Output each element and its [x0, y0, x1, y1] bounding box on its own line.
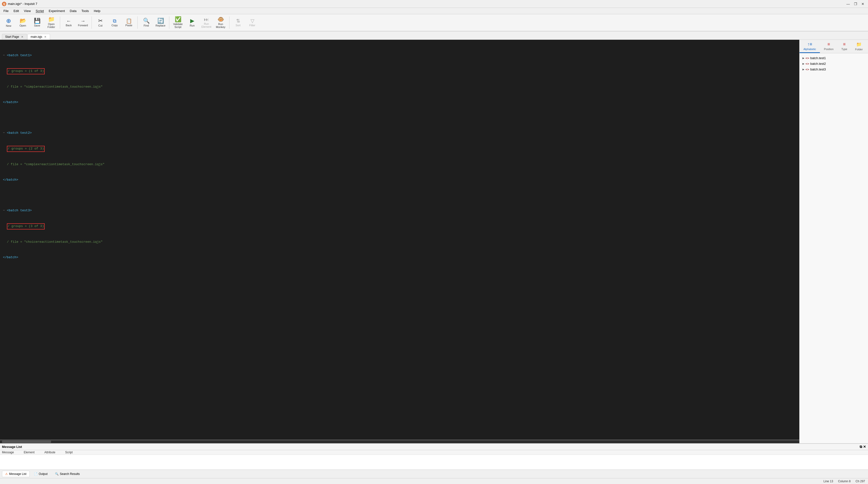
code-line-5: [3, 115, 796, 120]
right-panel-tabs: ↑≡ Alphabetic ≡ Position ≡ Type 📁 Folder: [800, 40, 868, 53]
minimize-button[interactable]: —: [845, 1, 851, 7]
sort-label: Sort: [236, 24, 241, 27]
ml-restore-btn[interactable]: ⧉: [860, 445, 862, 449]
menu-view[interactable]: View: [21, 8, 33, 13]
bottom-area: Message List ⧉ ✕ Message Element Attribu…: [0, 443, 868, 478]
right-panel-content: ▶ <> batch.test1 ▶ <> batch.test2 ▶ <> b…: [800, 53, 868, 443]
sort-button[interactable]: ⇅ Sort: [231, 16, 245, 30]
message-columns: Message Element Attribute Script: [0, 450, 868, 455]
menu-help[interactable]: Help: [91, 8, 103, 13]
rp-tab-type[interactable]: ≡ Type: [838, 40, 851, 53]
copy-button[interactable]: ⧉ Copy: [108, 16, 121, 30]
bottom-tab-output[interactable]: 📄 Output: [31, 471, 51, 477]
back-label: Back: [66, 24, 72, 27]
cut-label: Cut: [98, 24, 102, 27]
open-button[interactable]: 📂 Open: [16, 16, 29, 30]
status-line: Line 13: [824, 480, 833, 483]
menu-experiment[interactable]: Experiment: [46, 8, 67, 13]
menu-script[interactable]: Script: [33, 8, 46, 13]
tab-main-iqjs-close[interactable]: ✕: [44, 35, 47, 38]
replace-button[interactable]: 🔄 Replace: [154, 16, 167, 30]
forward-label: Forward: [78, 24, 88, 27]
replace-icon: 🔄: [157, 18, 164, 24]
paste-button[interactable]: 📋 Paste: [122, 16, 135, 30]
tab-start-page[interactable]: Start Page ✕: [2, 34, 27, 39]
new-button[interactable]: ⊕ New: [2, 16, 15, 30]
run-label: Run: [190, 24, 195, 27]
ml-close-btn[interactable]: ✕: [863, 445, 866, 449]
menu-edit[interactable]: Edit: [11, 8, 21, 13]
rp-tab-position-label: Position: [824, 48, 833, 51]
tree-arrow-1: ▶: [803, 57, 804, 59]
rp-tab-type-label: Type: [841, 48, 847, 51]
code-line-9: </batch>: [3, 177, 796, 183]
back-icon: ←: [66, 19, 71, 23]
bottom-tab-search-results[interactable]: 🔍 Search Results: [52, 471, 83, 477]
rp-tab-alphabetic[interactable]: ↑≡ Alphabetic: [800, 40, 820, 53]
menu-data[interactable]: Data: [67, 8, 79, 13]
run-button[interactable]: ▶ Run: [186, 16, 199, 30]
maximize-button[interactable]: ❐: [852, 1, 859, 7]
rp-tab-position[interactable]: ≡ Position: [820, 40, 837, 53]
message-body: [0, 455, 868, 470]
code-line-11: − <batch test3>: [3, 208, 796, 213]
validate-label: Validate Script: [172, 23, 184, 28]
main-area: − <batch test1> / groups = (1 of 3) / fi…: [0, 40, 868, 443]
tree-item-batch-test2[interactable]: ▶ <> batch.test2: [801, 61, 867, 66]
editor-area[interactable]: − <batch test1> / groups = (1 of 3) / fi…: [0, 40, 799, 443]
code-line-6: − <batch test2>: [3, 130, 796, 136]
tab-main-iqjs[interactable]: main.iqjs ✕: [28, 34, 50, 40]
validate-button[interactable]: ✅ Validate Script: [171, 16, 185, 30]
output-tab-label: Output: [39, 472, 48, 476]
tab-start-page-close[interactable]: ✕: [21, 35, 24, 38]
validate-icon: ✅: [175, 17, 181, 22]
run-element-button[interactable]: ⏭ Run Element: [200, 16, 213, 30]
sep4: [169, 17, 169, 29]
code-line-1: − <batch test1>: [3, 53, 796, 58]
position-icon: ≡: [828, 42, 830, 47]
open-folder-icon: 📁: [48, 17, 55, 22]
find-button[interactable]: 🔍 Find: [140, 16, 153, 30]
run-element-icon: ⏭: [204, 17, 209, 22]
tree-item-label-1: batch.test1: [810, 56, 826, 60]
save-icon: 💾: [34, 18, 40, 24]
code-line-7: / groups = (2 of 3): [3, 146, 796, 152]
menu-tools[interactable]: Tools: [79, 8, 91, 13]
tree-code-icon-3: <>: [805, 67, 809, 71]
col-message: Message: [2, 451, 14, 454]
open-folder-button[interactable]: 📁 Open Folder: [45, 16, 58, 30]
forward-button[interactable]: → Forward: [76, 16, 90, 30]
save-label: Save: [34, 24, 40, 27]
run-monkey-button[interactable]: 🐵 Run Monkey: [214, 16, 227, 30]
tree-item-batch-test3[interactable]: ▶ <> batch.test3: [801, 66, 867, 72]
open-folder-label: Open Folder: [45, 23, 57, 28]
filter-icon: ▽: [251, 19, 254, 23]
back-button[interactable]: ← Back: [62, 16, 75, 30]
toolbar: ⊕ New 📂 Open 💾 Save 📁 Open Folder ← Back…: [0, 14, 868, 31]
title-bar: Q main.iqjs* - Inquisit 7 — ❐ ✕: [0, 0, 868, 8]
status-column: Column 8: [838, 480, 850, 483]
rp-tab-alphabetic-label: Alphabetic: [803, 48, 816, 51]
tab-main-iqjs-label: main.iqjs: [31, 35, 42, 38]
sep5: [229, 17, 229, 29]
bottom-tab-message-list[interactable]: ⚠ Message List: [2, 471, 30, 477]
sep3: [137, 17, 138, 29]
tree-item-label-3: batch.test3: [810, 67, 826, 71]
code-line-13: / file = "choicereactiontimetask_touchsc…: [3, 240, 796, 245]
cut-button[interactable]: ✂ Cut: [94, 16, 107, 30]
tree-arrow-2: ▶: [803, 62, 804, 65]
save-button[interactable]: 💾 Save: [30, 16, 44, 30]
copy-label: Copy: [112, 24, 118, 27]
tree-item-batch-test1[interactable]: ▶ <> batch.test1: [801, 55, 867, 61]
new-icon: ⊕: [6, 18, 11, 24]
search-results-tab-label: Search Results: [60, 472, 80, 476]
filter-button[interactable]: ▽ Filter: [246, 16, 259, 30]
close-button[interactable]: ✕: [860, 1, 866, 7]
alphabetic-icon: ↑≡: [807, 42, 812, 47]
h-scrollbar[interactable]: [0, 440, 799, 443]
run-monkey-label: Run Monkey: [215, 23, 227, 28]
rp-tab-folder[interactable]: 📁 Folder: [851, 40, 867, 53]
col-element: Element: [24, 451, 35, 454]
menu-file[interactable]: File: [1, 8, 11, 13]
tree-code-icon-1: <>: [805, 56, 809, 60]
